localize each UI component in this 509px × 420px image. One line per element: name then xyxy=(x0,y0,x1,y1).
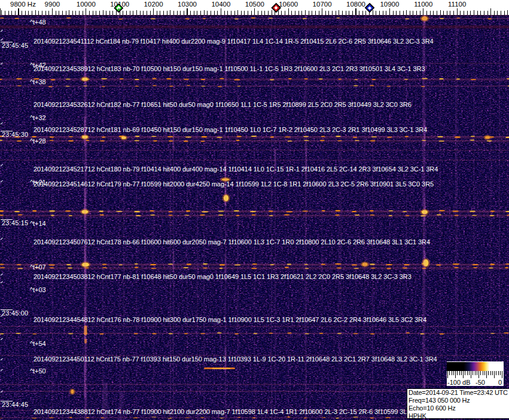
svg-text:-100 dB: -100 dB xyxy=(447,379,471,386)
svg-text:9900: 9900 xyxy=(45,1,60,8)
svg-text:10000: 10000 xyxy=(77,1,96,8)
svg-text:-50: -50 xyxy=(476,379,485,386)
svg-text:10800: 10800 xyxy=(346,1,365,8)
svg-text:10200: 10200 xyxy=(144,1,163,8)
svg-text:10700: 10700 xyxy=(313,1,332,8)
svg-text:10300: 10300 xyxy=(178,1,197,8)
svg-text:10400: 10400 xyxy=(211,1,230,8)
svg-text:11100: 11100 xyxy=(448,1,466,8)
svg-text:10900: 10900 xyxy=(380,1,399,8)
svg-text:0: 0 xyxy=(498,379,502,386)
svg-text:11000: 11000 xyxy=(414,1,432,8)
svg-text:10600: 10600 xyxy=(279,1,298,8)
svg-text:10500: 10500 xyxy=(245,1,264,8)
svg-text:9800 Hz: 9800 Hz xyxy=(10,1,36,8)
